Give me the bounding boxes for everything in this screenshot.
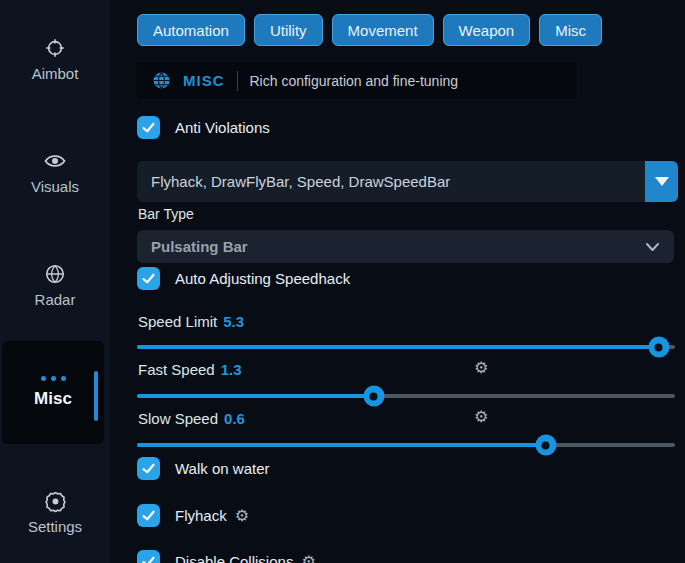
slow-speed-label: Slow Speed	[138, 410, 218, 427]
bar-type-label: Bar Type	[138, 206, 194, 222]
features-dropdown-value: Flyhack, DrawFlyBar, Speed, DrawSpeedBar	[137, 173, 450, 190]
slider-handle[interactable]	[535, 435, 556, 456]
gear-icon	[43, 489, 67, 513]
walk-on-water-label: Walk on water	[175, 460, 269, 477]
slow-speed-slider[interactable]	[137, 435, 675, 455]
disable-collisions-gear-icon[interactable]: ⚙	[301, 554, 315, 563]
globe-icon	[152, 71, 171, 90]
sidebar-item-label: Settings	[28, 518, 82, 535]
eye-icon	[43, 149, 67, 173]
walk-on-water-row: Walk on water	[137, 457, 269, 480]
globe-icon	[43, 262, 67, 286]
section-subtitle: Rich configuration and fine-tuning	[250, 73, 459, 89]
bar-type-select[interactable]: Pulsating Bar	[137, 230, 674, 263]
chevron-down-icon	[645, 242, 660, 252]
features-dropdown[interactable]: Flyhack, DrawFlyBar, Speed, DrawSpeedBar	[137, 161, 678, 202]
check-icon	[141, 461, 156, 476]
speed-limit-label-row: Speed Limit5.3	[138, 313, 675, 330]
ellipsis-icon	[41, 376, 66, 381]
triangle-down-icon	[655, 177, 669, 186]
check-icon	[141, 120, 156, 135]
sidebar-item-visuals[interactable]: Visuals	[0, 149, 110, 195]
disable-collisions-checkbox[interactable]	[137, 550, 160, 563]
speed-limit-slider[interactable]	[137, 337, 675, 357]
flyhack-checkbox[interactable]	[137, 504, 160, 527]
sidebar-item-label: Aimbot	[32, 65, 79, 82]
section-title: MISC	[183, 72, 225, 89]
walk-on-water-checkbox[interactable]	[137, 457, 160, 480]
misc-panel: Aimbot Visuals Radar	[0, 0, 685, 563]
check-icon	[141, 271, 156, 286]
dropdown-open-button[interactable]	[645, 161, 678, 202]
slow-speed-gear-icon[interactable]: ⚙	[474, 409, 488, 425]
sidebar-item-label: Visuals	[31, 178, 79, 195]
category-tabs: Automation Utility Movement Weapon Misc	[137, 14, 602, 46]
sidebar-item-label: Radar	[35, 291, 76, 308]
sidebar-item-radar[interactable]: Radar	[0, 262, 110, 308]
auto-adjusting-label: Auto Adjusting Speedhack	[175, 270, 350, 287]
divider	[237, 71, 238, 91]
auto-adjusting-checkbox[interactable]	[137, 267, 160, 290]
sidebar: Aimbot Visuals Radar	[0, 0, 110, 563]
tab-weapon[interactable]: Weapon	[443, 14, 531, 46]
flyhack-row: Flyhack ⚙	[137, 504, 249, 527]
fast-speed-label: Fast Speed	[138, 361, 215, 378]
slow-speed-value: 0.6	[224, 410, 245, 427]
fast-speed-value: 1.3	[221, 361, 242, 378]
flyhack-label: Flyhack	[175, 507, 227, 524]
slider-handle[interactable]	[363, 386, 384, 407]
slider-fill	[137, 443, 546, 447]
sidebar-item-label: Misc	[34, 389, 72, 409]
anti-violations-checkbox[interactable]	[137, 116, 160, 139]
slider-fill	[137, 394, 374, 398]
bar-type-value: Pulsating Bar	[151, 238, 248, 255]
sidebar-item-settings[interactable]: Settings	[0, 489, 110, 535]
slider-fill	[137, 345, 659, 349]
fast-speed-gear-icon[interactable]: ⚙	[474, 360, 488, 376]
sidebar-item-misc[interactable]: Misc	[2, 341, 104, 444]
speed-limit-label: Speed Limit	[138, 313, 217, 330]
anti-violations-row: Anti Violations	[137, 116, 270, 139]
anti-violations-label: Anti Violations	[175, 119, 270, 136]
fast-speed-label-row: Fast Speed1.3 ⚙	[138, 361, 675, 378]
crosshair-icon	[43, 36, 67, 60]
disable-collisions-row: Disable Collisions ⚙	[137, 550, 316, 563]
check-icon	[141, 554, 156, 563]
tab-movement[interactable]: Movement	[332, 14, 434, 46]
flyhack-gear-icon[interactable]: ⚙	[235, 508, 249, 524]
speed-limit-value: 5.3	[223, 313, 244, 330]
check-icon	[141, 508, 156, 523]
disable-collisions-label: Disable Collisions	[175, 553, 293, 563]
auto-adjusting-row: Auto Adjusting Speedhack	[137, 267, 350, 290]
slow-speed-label-row: Slow Speed0.6 ⚙	[138, 410, 675, 427]
tab-misc[interactable]: Misc	[539, 14, 602, 46]
fast-speed-slider[interactable]	[137, 386, 675, 406]
tab-automation[interactable]: Automation	[137, 14, 245, 46]
section-header: MISC Rich configuration and fine-tuning	[137, 62, 577, 99]
slider-handle[interactable]	[648, 337, 669, 358]
tab-utility[interactable]: Utility	[254, 14, 323, 46]
sidebar-item-aimbot[interactable]: Aimbot	[0, 36, 110, 82]
